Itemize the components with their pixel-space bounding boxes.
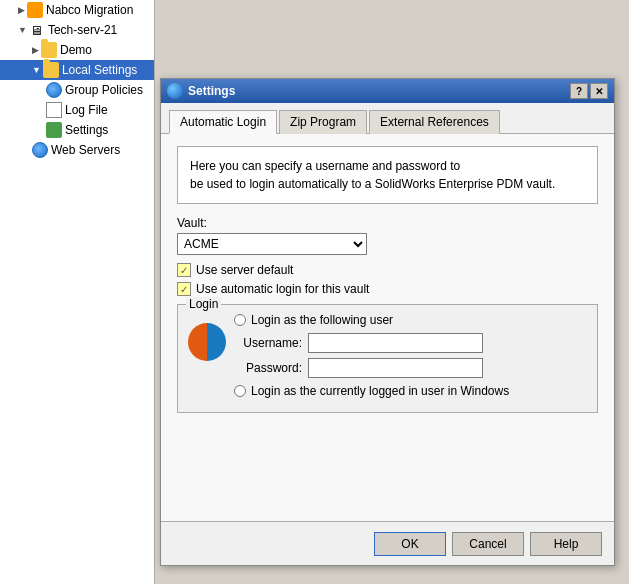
- use-server-default-label: Use server default: [196, 263, 293, 277]
- radio-following-user-label: Login as the following user: [251, 313, 393, 327]
- username-input[interactable]: [308, 333, 483, 353]
- dialog-footer: OK Cancel Help: [161, 521, 614, 565]
- sidebar-item-group-policies[interactable]: Group Policies: [0, 80, 154, 100]
- ok-button[interactable]: OK: [374, 532, 446, 556]
- dialog-title: Settings: [188, 84, 235, 98]
- sidebar-item-label: Nabco Migration: [46, 3, 133, 17]
- use-auto-login-label: Use automatic login for this vault: [196, 282, 369, 296]
- description-box: Here you can specify a username and pass…: [177, 146, 598, 204]
- tab-zip-program[interactable]: Zip Program: [279, 110, 367, 134]
- sidebar-item-label: Local Settings: [62, 63, 137, 77]
- expand-icon-local: ▼: [32, 65, 41, 75]
- sync-icon: [188, 323, 226, 361]
- radio-following-user-row: Login as the following user: [234, 313, 587, 327]
- sidebar-item-label: Settings: [65, 123, 108, 137]
- help-button[interactable]: Help: [530, 532, 602, 556]
- log-icon: [46, 102, 62, 118]
- sidebar: ▶ Nabco Migration ▼ 🖥 Tech-serv-21 ▶ Dem…: [0, 0, 155, 584]
- sidebar-item-log-file[interactable]: Log File: [0, 100, 154, 120]
- migration-icon: [27, 2, 43, 18]
- expand-icon-demo: ▶: [32, 45, 39, 55]
- login-inner: Login as the following user Username: Pa…: [188, 313, 587, 404]
- tab-bar: Automatic Login Zip Program External Ref…: [161, 103, 614, 134]
- expand-icon: ▶: [18, 5, 25, 15]
- sidebar-item-label: Log File: [65, 103, 108, 117]
- sidebar-item-label: Tech-serv-21: [48, 23, 117, 37]
- sidebar-item-label: Group Policies: [65, 83, 143, 97]
- globe-icon: [46, 82, 62, 98]
- sidebar-item-web-servers[interactable]: Web Servers: [0, 140, 154, 160]
- radio-following-user[interactable]: [234, 314, 246, 326]
- sidebar-item-local-settings[interactable]: ▼ Local Settings: [0, 60, 154, 80]
- sidebar-item-nabco[interactable]: ▶ Nabco Migration: [0, 0, 154, 20]
- login-group: Login Login as the following user Userna…: [177, 304, 598, 413]
- use-auto-login-row: Use automatic login for this vault: [177, 282, 598, 296]
- sidebar-item-demo[interactable]: ▶ Demo: [0, 40, 154, 60]
- sidebar-item-settings[interactable]: Settings: [0, 120, 154, 140]
- radio-current-user-label: Login as the currently logged in user in…: [251, 384, 509, 398]
- folder-local-icon: [43, 62, 59, 78]
- password-row: Password:: [234, 358, 587, 378]
- sidebar-item-label: Web Servers: [51, 143, 120, 157]
- globe-web-icon: [32, 142, 48, 158]
- close-button[interactable]: ✕: [590, 83, 608, 99]
- use-server-default-checkbox[interactable]: [177, 263, 191, 277]
- help-button-titlebar[interactable]: ?: [570, 83, 588, 99]
- radio-current-user-row: Login as the currently logged in user in…: [234, 384, 587, 398]
- username-label: Username:: [234, 336, 302, 350]
- computer-icon: 🖥: [29, 22, 45, 38]
- use-auto-login-checkbox[interactable]: [177, 282, 191, 296]
- sidebar-item-label: Demo: [60, 43, 92, 57]
- password-input[interactable]: [308, 358, 483, 378]
- login-group-label: Login: [186, 297, 221, 311]
- radio-current-user[interactable]: [234, 385, 246, 397]
- dialog-content: Here you can specify a username and pass…: [161, 134, 614, 524]
- cancel-button[interactable]: Cancel: [452, 532, 524, 556]
- folder-icon: [41, 42, 57, 58]
- gear-icon: [46, 122, 62, 138]
- username-row: Username:: [234, 333, 587, 353]
- vault-group: Vault: ACME: [177, 216, 598, 255]
- tab-external-refs[interactable]: External References: [369, 110, 500, 134]
- use-server-default-row: Use server default: [177, 263, 598, 277]
- password-label: Password:: [234, 361, 302, 375]
- login-options: Login as the following user Username: Pa…: [234, 313, 587, 404]
- settings-dialog: Settings ? ✕ Automatic Login Zip Program…: [160, 78, 615, 566]
- vault-label: Vault:: [177, 216, 598, 230]
- description-text: Here you can specify a username and pass…: [190, 159, 555, 191]
- dialog-titlebar: Settings ? ✕: [161, 79, 614, 103]
- vault-select[interactable]: ACME: [177, 233, 367, 255]
- tab-auto-login[interactable]: Automatic Login: [169, 110, 277, 134]
- expand-icon-tech: ▼: [18, 25, 27, 35]
- dialog-title-icon: [167, 83, 183, 99]
- sidebar-item-tech-serv[interactable]: ▼ 🖥 Tech-serv-21: [0, 20, 154, 40]
